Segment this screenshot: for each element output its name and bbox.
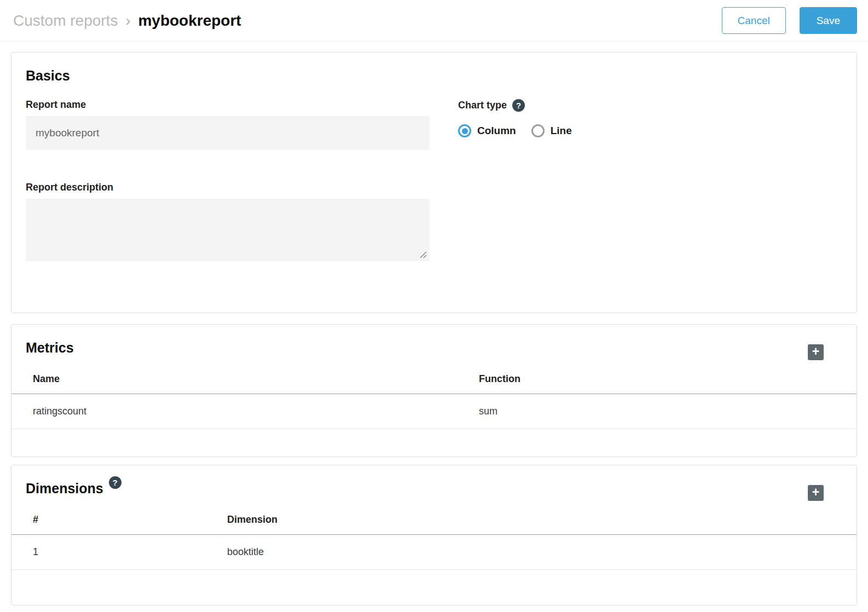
dimension-name-cell: booktitle (206, 535, 857, 570)
add-dimension-button[interactable]: + (808, 485, 824, 501)
report-name-input[interactable] (26, 116, 430, 150)
basics-card: Basics Report name Report description Ch… (11, 52, 857, 313)
report-description-input[interactable] (26, 199, 430, 261)
basics-title: Basics (26, 68, 842, 84)
resize-handle-icon[interactable] (419, 251, 427, 258)
dimension-row[interactable]: 1 booktitle (11, 535, 857, 570)
basics-left-column: Report name Report description (26, 99, 430, 261)
report-name-label: Report name (26, 99, 430, 111)
chart-type-radio-group: Column Line (458, 124, 842, 137)
metrics-card-head: Metrics + (11, 325, 857, 368)
help-icon[interactable]: ? (512, 99, 525, 112)
chevron-right-icon: › (125, 13, 130, 30)
dimensions-title-group: Dimensions ? (26, 481, 121, 496)
metrics-card: Metrics + Name Function ratingscount sum (11, 324, 857, 457)
dimensions-card-head: Dimensions ? + (11, 465, 857, 509)
cancel-button[interactable]: Cancel (722, 7, 786, 34)
dimensions-header-row: # Dimension (11, 509, 857, 535)
metric-name-cell: ratingscount (11, 394, 458, 429)
dimensions-column-dimension: Dimension (206, 509, 857, 535)
add-metric-button[interactable]: + (808, 344, 824, 360)
metrics-header-row: Name Function (11, 368, 857, 394)
breadcrumb-current: mybookreport (138, 12, 241, 30)
chart-type-column-radio[interactable]: Column (458, 124, 516, 137)
radio-label-column: Column (477, 125, 516, 137)
save-button[interactable]: Save (800, 7, 857, 34)
dimension-number-cell: 1 (11, 535, 206, 570)
dimensions-column-number: # (11, 509, 206, 535)
metrics-column-name: Name (11, 368, 458, 394)
breadcrumb-parent-link[interactable]: Custom reports (13, 12, 118, 30)
plus-icon: + (812, 486, 819, 499)
metrics-title: Metrics (26, 340, 74, 356)
dimensions-title: Dimensions (26, 481, 103, 496)
plus-icon: + (812, 345, 819, 358)
topbar: Custom reports › mybookreport Cancel Sav… (0, 0, 868, 42)
radio-label-line: Line (551, 125, 572, 137)
radio-unselected-icon (531, 124, 545, 137)
report-description-wrap (26, 199, 430, 261)
basics-grid: Report name Report description Chart typ… (26, 99, 842, 261)
help-icon[interactable]: ? (109, 476, 121, 489)
report-description-label: Report description (26, 182, 430, 193)
metrics-title-group: Metrics (26, 340, 74, 356)
dimensions-table: # Dimension 1 booktitle (11, 509, 857, 570)
basics-right-column: Chart type ? Column Line (458, 99, 842, 261)
breadcrumb: Custom reports › mybookreport (13, 12, 241, 30)
radio-selected-icon (458, 124, 471, 137)
chart-type-line-radio[interactable]: Line (531, 124, 572, 137)
chart-type-label-row: Chart type ? (458, 99, 842, 112)
metric-row[interactable]: ratingscount sum (11, 394, 857, 429)
chart-type-label: Chart type (458, 100, 507, 111)
metric-function-cell: sum (458, 394, 857, 429)
metrics-column-function: Function (458, 368, 857, 394)
topbar-actions: Cancel Save (722, 7, 857, 34)
metrics-table: Name Function ratingscount sum (11, 368, 857, 429)
dimensions-card: Dimensions ? + # Dimension 1 booktitle (11, 465, 857, 605)
